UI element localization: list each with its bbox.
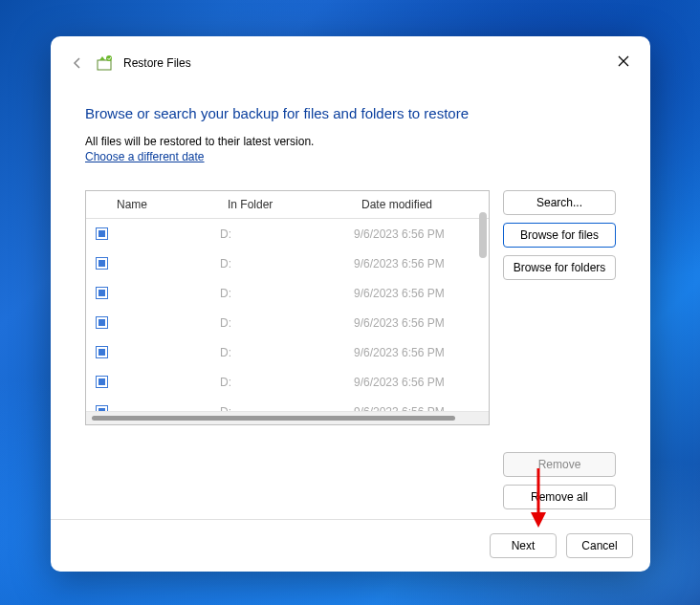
row-date: 9/6/2023 6:56 PM (354, 316, 489, 330)
image-file-icon (96, 376, 108, 388)
dialog-title: Restore Files (123, 56, 191, 70)
remove-button[interactable]: Remove (503, 452, 616, 477)
choose-date-link[interactable]: Choose a different date (85, 150, 616, 163)
remove-all-button[interactable]: Remove all (503, 485, 616, 509)
row-folder: D: (220, 227, 354, 241)
row-date: 9/6/2023 6:56 PM (354, 227, 489, 241)
row-folder: D: (220, 257, 354, 270)
row-date: 9/6/2023 6:56 PM (354, 257, 489, 270)
vertical-scrollbar[interactable] (479, 212, 487, 258)
back-arrow-icon (71, 56, 84, 70)
restore-app-icon (97, 54, 114, 72)
svg-rect-5 (98, 260, 105, 267)
page-heading: Browse or search your backup for files a… (85, 105, 616, 121)
subtext-latest-version: All files will be restored to their late… (85, 135, 616, 148)
row-folder: D: (220, 346, 354, 359)
column-headers: Name In Folder Date modified (86, 191, 489, 219)
browse-files-button[interactable]: Browse for files (503, 223, 616, 248)
image-file-icon (96, 287, 108, 299)
row-date: 9/6/2023 6:56 PM (354, 346, 489, 359)
table-row[interactable]: D: 9/6/2023 6:56 PM (86, 337, 489, 367)
horizontal-scrollbar-track[interactable] (86, 411, 489, 424)
next-button[interactable]: Next (490, 533, 557, 558)
row-date: 9/6/2023 6:56 PM (354, 287, 489, 300)
action-buttons-column: Search... Browse for files Browse for fo… (503, 190, 616, 509)
svg-rect-3 (98, 230, 105, 237)
table-row[interactable]: D: 9/6/2023 6:56 PM (86, 367, 489, 397)
svg-rect-13 (98, 378, 105, 385)
dialog-footer: Next Cancel (51, 519, 650, 572)
search-button[interactable]: Search... (503, 190, 616, 215)
image-file-icon (96, 257, 108, 270)
table-row[interactable]: D: 9/6/2023 6:56 PM (86, 278, 489, 308)
file-rows: D: 9/6/2023 6:56 PM D: 9/6/2023 6:56 PM … (86, 219, 489, 411)
svg-rect-9 (98, 319, 105, 326)
restore-files-dialog: Restore Files Browse or search your back… (51, 36, 650, 572)
image-file-icon (96, 346, 108, 358)
horizontal-scrollbar-thumb[interactable] (92, 416, 455, 421)
svg-rect-7 (98, 290, 105, 296)
row-date: 9/6/2023 6:56 PM (354, 376, 489, 389)
browse-folders-button[interactable]: Browse for folders (503, 255, 616, 280)
close-button[interactable] (610, 48, 637, 75)
table-row[interactable]: D: 9/6/2023 6:56 PM (86, 248, 489, 278)
cancel-button[interactable]: Cancel (566, 533, 633, 558)
dialog-content: Browse or search your backup for files a… (51, 78, 650, 519)
column-header-date[interactable]: Date modified (354, 191, 489, 218)
column-header-folder[interactable]: In Folder (220, 191, 354, 218)
row-folder: D: (220, 316, 354, 330)
column-header-name[interactable]: Name (86, 191, 220, 218)
svg-rect-11 (98, 349, 105, 356)
table-row[interactable]: D: 9/6/2023 6:56 PM (86, 219, 489, 248)
image-file-icon (96, 227, 108, 240)
table-row[interactable]: D: 9/6/2023 6:56 PM (86, 308, 489, 337)
main-row: Name In Folder Date modified D: 9/6/2023… (85, 190, 616, 509)
file-list-panel: Name In Folder Date modified D: 9/6/2023… (85, 190, 490, 425)
back-button[interactable] (68, 54, 87, 73)
svg-rect-0 (98, 60, 111, 70)
dialog-header: Restore Files (51, 36, 650, 78)
close-icon (618, 55, 629, 67)
row-folder: D: (220, 376, 354, 389)
image-file-icon (96, 316, 108, 329)
table-row[interactable]: D: 9/6/2023 6:56 PM (86, 397, 489, 411)
row-folder: D: (220, 287, 354, 300)
